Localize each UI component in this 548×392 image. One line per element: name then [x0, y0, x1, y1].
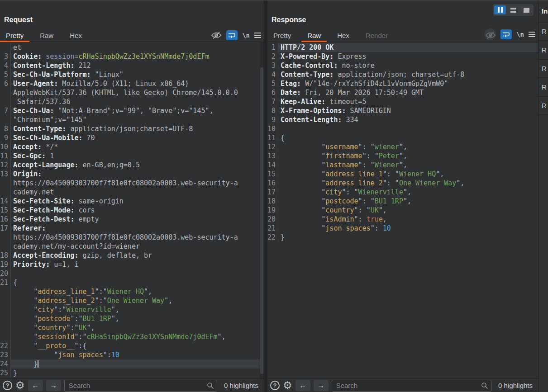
code-line[interactable]: 22 "__proto__":{ — [0, 341, 264, 350]
word-wrap-icon[interactable] — [500, 29, 512, 39]
response-search-input[interactable] — [332, 380, 491, 392]
code-line[interactable]: "city":"Wienerville", — [0, 305, 264, 314]
settings-gear-icon[interactable]: ⚙ — [283, 381, 292, 390]
code-line[interactable]: 9Content-Length: 334 — [267, 115, 538, 124]
request-editor[interactable]: et3Cookie: session=cRHaSinpbQwZz3e1XYSnN… — [0, 42, 264, 378]
code-line[interactable]: 17Referer: — [0, 224, 264, 233]
request-search-input[interactable] — [64, 380, 217, 392]
code-line[interactable]: 18 "postcode": "BU1 1RP", — [267, 197, 538, 206]
settings-gear-icon[interactable]: ⚙ — [15, 381, 25, 390]
code-segment: country — [325, 206, 354, 214]
code-line[interactable]: 9Sec-Ch-Ua-Mobile: ?0 — [0, 133, 264, 142]
code-segment: postcode — [38, 315, 70, 323]
layout-single-button[interactable] — [520, 5, 532, 14]
code-line[interactable]: 6User-Agent: Mozilla/5.0 (X11; Linux x86… — [0, 79, 264, 88]
code-line[interactable]: 19Priority: u=1, i — [0, 260, 264, 269]
code-line[interactable]: 24 } — [0, 359, 264, 368]
code-line[interactable]: 20 "isAdmin": true, — [267, 215, 538, 224]
code-line[interactable]: 12Accept-Language: en-GB,en;q=0.5 — [0, 161, 264, 170]
code-line[interactable]: 2X-Powered-By: Express — [267, 52, 538, 61]
code-line[interactable]: 3Cookie: session=cRHaSinpbQwZz3e1XYSnNMm… — [0, 52, 264, 61]
code-line[interactable]: 1HTTP/2 200 OK — [267, 43, 538, 52]
inspector-section-row[interactable]: R — [538, 23, 548, 41]
code-line[interactable]: 6Date: Fri, 20 Mar 2026 17:50:49 GMT — [267, 88, 538, 97]
code-line[interactable]: "address_line_2":"One Wiener Way", — [0, 296, 264, 305]
prev-match-button[interactable]: ← — [295, 380, 310, 391]
code-line[interactable]: 21{ — [0, 278, 264, 287]
code-line[interactable]: 14 "lastname": "Wiener", — [267, 161, 538, 170]
request-tab-hex[interactable]: Hex — [64, 29, 88, 42]
code-line[interactable]: "sessionId":"cRHaSinpbQwZz3e1XYSnNMmde7j… — [0, 332, 264, 341]
code-line[interactable]: 7Sec-Ch-Ua: "Not:A-Brand";v="99", "Brave… — [0, 106, 264, 115]
code-line[interactable]: 22} — [267, 233, 538, 242]
response-tab-raw[interactable]: Raw — [301, 29, 327, 42]
code-line[interactable]: 11{ — [267, 133, 538, 142]
request-tab-pretty[interactable]: Pretty — [0, 29, 29, 42]
code-line[interactable]: 3Cache-Control: no-store — [267, 61, 538, 70]
word-wrap-icon[interactable] — [226, 30, 238, 40]
code-line[interactable]: "postcode":"BU1 1RP", — [0, 314, 264, 323]
code-line[interactable]: 17 "city": "Wienerville", — [267, 188, 538, 197]
code-line[interactable]: cademy.net/my-account?id=wiener — [0, 242, 264, 251]
code-line[interactable]: Safari/537.36 — [0, 97, 264, 106]
code-line[interactable]: 11Sec-Gpc: 1 — [0, 151, 264, 161]
response-tab-pretty[interactable]: Pretty — [267, 29, 297, 42]
code-segment: " — [281, 206, 325, 214]
code-line[interactable]: "country":"UK", — [0, 323, 264, 332]
code-line[interactable]: 14Sec-Fetch-Site: same-origin — [0, 197, 264, 206]
code-line[interactable]: 13 "firstname": "Peter", — [267, 151, 538, 161]
response-editor[interactable]: 1HTTP/2 200 OK2X-Powered-By: Express3Cac… — [267, 42, 538, 378]
code-line[interactable]: 4Content-Length: 212 — [0, 61, 264, 70]
code-segment: User-Agent: — [13, 80, 58, 88]
newline-toggle-icon[interactable]: \n — [242, 32, 250, 39]
prev-match-button[interactable]: ← — [28, 380, 43, 391]
code-line[interactable]: 5Sec-Ch-Ua-Platform: "Linux" — [0, 70, 264, 79]
code-line[interactable]: 25} — [0, 368, 264, 378]
show-nonprintable-icon[interactable] — [211, 31, 222, 40]
code-line[interactable]: 8X-Frame-Options: SAMEORIGIN — [267, 106, 538, 115]
help-icon[interactable]: ? — [3, 381, 12, 390]
code-line[interactable]: 15Sec-Fetch-Mode: cors — [0, 206, 264, 215]
code-line[interactable]: et — [0, 43, 264, 52]
code-line[interactable]: 23 "json spaces":10 — [0, 350, 264, 359]
code-line[interactable]: 15 "address_line_1": "Wiener HQ", — [267, 170, 538, 179]
newline-toggle-icon[interactable]: \n — [516, 31, 524, 38]
code-line[interactable]: 16Sec-Fetch-Dest: empty — [0, 215, 264, 224]
code-line[interactable]: 8Content-Type: application/json;charset=… — [0, 124, 264, 133]
editor-menu-icon[interactable] — [529, 32, 535, 37]
next-match-button[interactable]: → — [46, 380, 61, 391]
code-line[interactable]: 5Etag: W/"14e-/rxYzhSfiD4zL1vVonmGpZgVmW… — [267, 79, 538, 88]
code-line[interactable]: 20 — [0, 269, 264, 278]
code-line[interactable]: "Chromium";v="145" — [0, 115, 264, 124]
next-match-button[interactable]: → — [314, 380, 329, 391]
code-line[interactable]: "address_line_1":"Wiener HQ", — [0, 287, 264, 296]
code-line[interactable]: AppleWebKit/537.36 (KHTML, like Gecko) C… — [0, 88, 264, 97]
inspector-section-row[interactable]: R — [538, 41, 548, 60]
code-line[interactable]: https://0a45009303700f7f81e0fc08002a0003… — [0, 179, 264, 188]
inspector-section-row[interactable]: R — [538, 97, 548, 115]
inspector-section-row[interactable]: R — [538, 60, 548, 78]
code-line[interactable]: 10 — [267, 124, 538, 133]
request-search-wrap — [64, 380, 217, 392]
panel-splitter[interactable] — [264, 0, 267, 392]
code-line[interactable]: 19 "country": "UK", — [267, 206, 538, 215]
code-line[interactable]: 10Accept: */* — [0, 142, 264, 151]
code-line[interactable]: 7Keep-Alive: timeout=5 — [267, 97, 538, 106]
inspector-section-row[interactable]: R — [538, 78, 548, 97]
request-scrollbar-thumb[interactable] — [260, 67, 263, 374]
layout-rows-button[interactable] — [507, 5, 519, 14]
code-line[interactable]: cademy.net — [0, 188, 264, 197]
code-line[interactable]: 18Accept-Encoding: gzip, deflate, br — [0, 251, 264, 260]
code-line[interactable]: 16 "address_line_2": "One Wiener Way", — [267, 179, 538, 188]
code-line[interactable]: https://0a45009303700f7f81e0fc08002a0003… — [0, 233, 264, 242]
code-line[interactable]: 4Content-Type: application/json; charset… — [267, 70, 538, 79]
layout-columns-button[interactable] — [494, 5, 506, 14]
code-line[interactable]: 12 "username": "wiener", — [267, 142, 538, 151]
code-line[interactable]: 21 "json spaces": 10 — [267, 224, 538, 233]
code-line[interactable]: 13Origin: — [0, 170, 264, 179]
editor-menu-icon[interactable] — [254, 33, 261, 38]
help-icon[interactable]: ? — [270, 381, 280, 390]
code-text: Origin: — [11, 170, 264, 179]
response-tab-hex[interactable]: Hex — [331, 29, 355, 42]
request-tab-raw[interactable]: Raw — [34, 29, 59, 42]
